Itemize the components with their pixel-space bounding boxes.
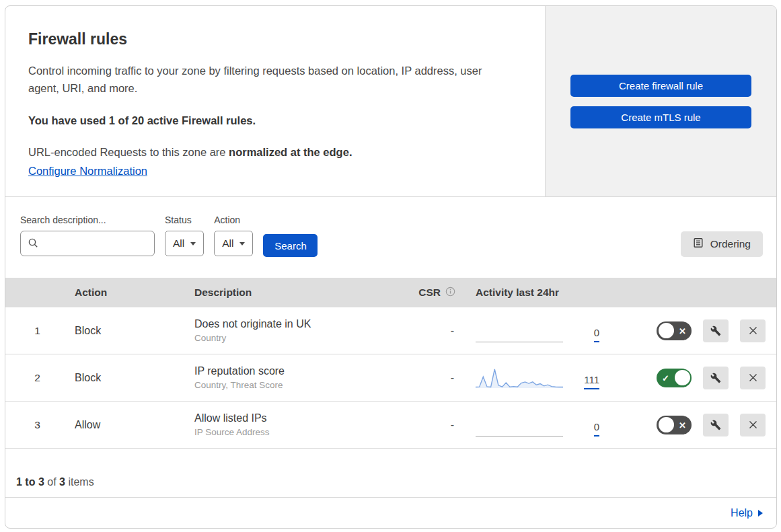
status-dropdown-value: All <box>173 237 184 250</box>
rule-description-title: Allow listed IPs <box>194 412 403 424</box>
rule-description-fields: IP Source Address <box>194 427 403 437</box>
table-header-row: Action Description CSR Activity last 24h… <box>5 278 776 307</box>
chevron-down-icon <box>190 242 196 245</box>
info-icon[interactable] <box>445 287 455 299</box>
close-icon <box>748 326 758 336</box>
normalization-bold-text: normalized at the edge. <box>229 146 352 158</box>
enable-toggle[interactable]: ✕ <box>657 321 692 340</box>
activity-count-link[interactable]: 0 <box>594 328 599 342</box>
ordering-button[interactable]: Ordering <box>681 231 763 257</box>
rule-action: Block <box>69 372 189 384</box>
wrench-icon <box>710 326 721 336</box>
search-button[interactable]: Search <box>263 234 318 257</box>
rule-description-fields: Country, Threat Score <box>194 380 403 390</box>
rule-csr-value: - <box>403 372 462 384</box>
page-title: Firewall rules <box>28 30 518 48</box>
items-label: items <box>68 476 94 488</box>
create-mtls-rule-button[interactable]: Create mTLS rule <box>570 106 751 128</box>
header-section: Firewall rules Control incoming traffic … <box>5 6 776 197</box>
help-link-label: Help <box>731 507 753 519</box>
toggle-knob <box>675 370 690 385</box>
rule-activity-cell: 111 <box>462 367 625 389</box>
edit-rule-button[interactable] <box>703 414 729 436</box>
rule-controls: ✕ <box>625 414 776 436</box>
action-dropdown[interactable]: All <box>214 231 253 256</box>
rule-description: Does not originate in UK Country <box>189 318 403 343</box>
edit-rule-button[interactable] <box>703 319 729 342</box>
actions-panel: Create firewall rule Create mTLS rule <box>545 6 776 196</box>
delete-rule-button[interactable] <box>740 414 766 436</box>
arrow-right-icon <box>758 510 763 517</box>
configure-normalization-link[interactable]: Configure Normalization <box>28 165 147 178</box>
rule-activity-cell: 0 <box>462 319 625 342</box>
edit-rule-button[interactable] <box>703 367 729 389</box>
items-of-label: of <box>47 476 56 488</box>
normalization-text: URL-encoded Requests to this zone are <box>28 146 229 158</box>
rule-priority: 1 <box>5 325 69 337</box>
action-dropdown-value: All <box>222 237 233 250</box>
status-label: Status <box>165 215 204 225</box>
items-range: 1 to 3 <box>16 476 44 488</box>
firewall-rules-panel: Firewall rules Control incoming traffic … <box>5 5 777 529</box>
toggle-state-icon: ✕ <box>679 326 686 335</box>
rule-action: Block <box>69 325 189 337</box>
table-row: 1 Block Does not originate in UK Country… <box>5 307 776 354</box>
wrench-icon <box>710 373 721 383</box>
rule-csr-value: - <box>403 325 462 337</box>
toggle-knob <box>659 323 674 338</box>
rule-description: IP reputation score Country, Threat Scor… <box>189 365 403 390</box>
toggle-knob <box>659 417 674 432</box>
rule-description-title: Does not originate in UK <box>194 318 403 330</box>
normalization-note: URL-encoded Requests to this zone are no… <box>28 146 518 159</box>
toggle-state-icon: ✕ <box>679 420 686 429</box>
chevron-down-icon <box>239 242 245 245</box>
help-link[interactable]: Help <box>731 507 763 519</box>
rule-description-fields: Country <box>194 333 403 343</box>
rule-controls: ✓ <box>625 367 776 389</box>
activity-sparkline <box>476 320 563 342</box>
header-activity: Activity last 24hr <box>462 287 625 299</box>
toggle-state-icon: ✓ <box>662 373 669 382</box>
table-row: 2 Block IP reputation score Country, Thr… <box>5 354 776 402</box>
items-total: 3 <box>59 476 65 488</box>
intro-text-block: Firewall rules Control incoming traffic … <box>5 6 545 196</box>
rule-action: Allow <box>69 419 189 431</box>
rule-csr-value: - <box>403 419 462 431</box>
rule-description-title: IP reputation score <box>194 365 403 377</box>
ordering-list-icon <box>693 237 704 251</box>
filter-bar: Search description... Status All Action … <box>5 197 776 278</box>
header-action: Action <box>69 287 189 299</box>
rule-description: Allow listed IPs IP Source Address <box>189 412 403 437</box>
enable-toggle[interactable]: ✓ <box>657 369 692 387</box>
table-row: 3 Allow Allow listed IPs IP Source Addre… <box>5 402 776 449</box>
header-csr-label: CSR <box>418 287 441 299</box>
page-description: Control incoming traffic to your zone by… <box>28 62 509 97</box>
ordering-button-label: Ordering <box>710 238 751 250</box>
help-bar: Help <box>5 498 776 529</box>
search-group: Search description... <box>20 215 155 256</box>
close-icon <box>748 420 758 430</box>
enable-toggle[interactable]: ✕ <box>657 416 692 434</box>
rule-priority: 2 <box>5 372 69 384</box>
activity-sparkline <box>476 367 563 389</box>
close-icon <box>748 373 758 383</box>
rule-priority: 3 <box>5 419 69 431</box>
activity-count-link[interactable]: 0 <box>594 422 599 436</box>
rule-activity-cell: 0 <box>462 414 625 436</box>
rule-controls: ✕ <box>625 319 776 342</box>
delete-rule-button[interactable] <box>740 367 766 389</box>
search-box <box>20 231 155 256</box>
activity-count-link[interactable]: 111 <box>584 375 599 389</box>
header-csr: CSR <box>403 287 462 299</box>
action-filter-group: Action All <box>214 215 253 256</box>
rules-table: Action Description CSR Activity last 24h… <box>5 278 776 449</box>
search-input[interactable] <box>20 231 155 256</box>
status-dropdown[interactable]: All <box>165 231 204 256</box>
delete-rule-button[interactable] <box>740 319 766 342</box>
activity-sparkline <box>476 414 563 436</box>
status-filter-group: Status All <box>165 215 204 256</box>
pagination-summary: 1 to 3 of 3 items <box>5 449 776 498</box>
search-label: Search description... <box>20 215 155 225</box>
create-firewall-rule-button[interactable]: Create firewall rule <box>570 75 751 97</box>
wrench-icon <box>710 420 721 430</box>
